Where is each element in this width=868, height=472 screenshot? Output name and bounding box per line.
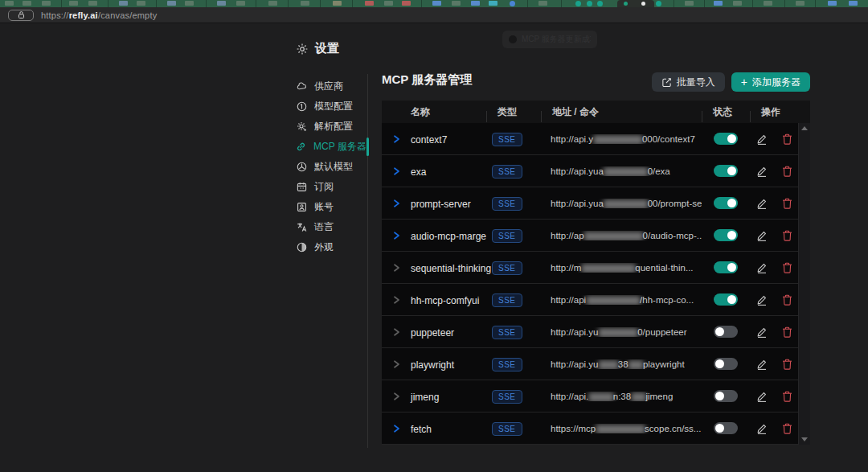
toolbar-icon[interactable] bbox=[119, 1, 128, 6]
toolbar-icon[interactable] bbox=[656, 1, 661, 6]
expand-chevron-icon[interactable] bbox=[391, 327, 401, 337]
status-toggle[interactable] bbox=[714, 293, 738, 306]
toolbar-icon[interactable] bbox=[587, 1, 592, 6]
sidebar-item-language[interactable]: 语言 bbox=[296, 217, 365, 237]
expand-chevron-icon[interactable] bbox=[391, 295, 401, 305]
delete-button[interactable] bbox=[782, 198, 792, 209]
expand-chevron-icon[interactable] bbox=[391, 359, 401, 369]
toolbar-icon[interactable] bbox=[538, 1, 547, 6]
sidebar-item-provider[interactable]: 供应商 bbox=[296, 76, 365, 96]
toolbar-icon[interactable] bbox=[23, 1, 31, 6]
expand-chevron-icon[interactable] bbox=[391, 392, 401, 401]
toolbar-icon[interactable] bbox=[452, 1, 461, 6]
toolbar-icon[interactable] bbox=[5, 1, 14, 6]
toolbar-icon[interactable] bbox=[333, 1, 342, 6]
expand-chevron-icon[interactable] bbox=[391, 263, 401, 273]
delete-button[interactable] bbox=[782, 294, 792, 306]
expand-chevron-icon[interactable] bbox=[391, 424, 401, 433]
delete-button[interactable] bbox=[782, 391, 792, 402]
toolbar-icon[interactable] bbox=[685, 1, 694, 6]
toolbar-icon[interactable] bbox=[471, 1, 480, 6]
edit-button[interactable] bbox=[756, 423, 768, 434]
toolbar-icon[interactable] bbox=[575, 1, 581, 6]
toolbar-icon[interactable] bbox=[796, 1, 805, 6]
status-toggle[interactable] bbox=[714, 197, 738, 209]
edit-button[interactable] bbox=[756, 230, 768, 241]
toolbar-icon[interactable] bbox=[167, 1, 176, 6]
sidebar-item-appearance[interactable]: 外观 bbox=[296, 237, 365, 257]
sidebar-item-mcp-servers[interactable]: MCP 服务器 bbox=[296, 137, 365, 157]
toolbar-icon[interactable] bbox=[733, 1, 742, 6]
table-scrollbar[interactable] bbox=[798, 123, 810, 445]
sidebar-item-model-config[interactable]: 模型配置 bbox=[296, 96, 365, 117]
toast-status-icon bbox=[509, 35, 517, 43]
column-header-address: 地址 / 命令 bbox=[541, 105, 702, 119]
toolbar-icon[interactable] bbox=[301, 1, 309, 6]
sidebar-item-subscription[interactable]: 订阅 bbox=[296, 177, 365, 197]
delete-button[interactable] bbox=[782, 133, 792, 145]
toolbar-icon[interactable] bbox=[828, 1, 837, 6]
toolbar-icon[interactable] bbox=[236, 1, 245, 6]
delete-button[interactable] bbox=[782, 262, 792, 273]
server-type-badge: SSE bbox=[492, 358, 522, 371]
toolbar-icon[interactable] bbox=[365, 1, 374, 6]
toolbar-icon[interactable] bbox=[137, 1, 145, 6]
toolbar-icon[interactable] bbox=[185, 1, 194, 6]
toolbar-icon[interactable] bbox=[384, 1, 393, 6]
status-toggle[interactable] bbox=[714, 133, 738, 145]
edit-button[interactable] bbox=[756, 262, 768, 273]
toolbar-tab[interactable] bbox=[617, 0, 654, 7]
expand-chevron-icon[interactable] bbox=[391, 231, 401, 240]
status-toggle[interactable] bbox=[714, 261, 738, 273]
toolbar-icon[interactable] bbox=[69, 1, 78, 6]
scroll-up-arrow-icon[interactable] bbox=[801, 126, 808, 130]
status-toggle[interactable] bbox=[714, 358, 738, 370]
status-toggle[interactable] bbox=[714, 229, 738, 241]
toolbar-icon[interactable] bbox=[42, 1, 51, 6]
delete-button[interactable] bbox=[782, 423, 792, 434]
add-server-button[interactable]: + 添加服务器 bbox=[731, 72, 810, 92]
toolbar-icon[interactable] bbox=[764, 1, 772, 6]
toolbar-icon[interactable] bbox=[402, 1, 411, 6]
status-toggle[interactable] bbox=[714, 326, 738, 338]
toolbar-icon[interactable] bbox=[489, 1, 497, 6]
toolbar-separator bbox=[784, 0, 785, 7]
toolbar-icon[interactable] bbox=[849, 1, 858, 6]
edit-button[interactable] bbox=[756, 294, 768, 306]
batch-import-button[interactable]: 批量导入 bbox=[652, 72, 725, 92]
toolbar-icon[interactable] bbox=[510, 1, 515, 6]
address-bar[interactable]: https://refly.ai/canvas/empty bbox=[0, 7, 868, 23]
delete-button[interactable] bbox=[782, 359, 792, 370]
toolbar-separator bbox=[61, 0, 62, 7]
edit-button[interactable] bbox=[756, 166, 768, 177]
edit-button[interactable] bbox=[756, 359, 768, 370]
sidebar-item-default-model[interactable]: 默认模型 bbox=[296, 157, 365, 177]
edit-button[interactable] bbox=[756, 133, 768, 145]
toolbar-icon[interactable] bbox=[217, 1, 226, 6]
delete-button[interactable] bbox=[782, 166, 792, 177]
status-toggle[interactable] bbox=[714, 165, 738, 177]
expand-chevron-icon[interactable] bbox=[391, 199, 401, 208]
edit-button[interactable] bbox=[756, 391, 768, 402]
toolbar-icon[interactable] bbox=[597, 1, 603, 6]
toolbar-icon[interactable] bbox=[432, 1, 441, 6]
server-type-badge: SSE bbox=[492, 326, 522, 339]
delete-button[interactable] bbox=[782, 326, 792, 338]
status-toggle[interactable] bbox=[714, 422, 738, 434]
sidebar-item-parse-config[interactable]: 解析配置 bbox=[296, 117, 365, 137]
scroll-down-arrow-icon[interactable] bbox=[801, 437, 808, 441]
delete-button[interactable] bbox=[782, 230, 792, 241]
toolbar-icon[interactable] bbox=[88, 1, 97, 6]
edit-button[interactable] bbox=[756, 326, 768, 338]
sidebar-item-account[interactable]: 账号 bbox=[296, 197, 365, 217]
url-text[interactable]: https://refly.ai/canvas/empty bbox=[41, 10, 157, 20]
edit-button[interactable] bbox=[756, 198, 768, 209]
status-toggle[interactable] bbox=[714, 390, 738, 402]
server-address: http://api.yu████38███playwright bbox=[541, 359, 702, 369]
toolbar-icon[interactable] bbox=[714, 1, 723, 6]
expand-chevron-icon[interactable] bbox=[391, 134, 401, 144]
site-security-chip[interactable] bbox=[8, 10, 34, 21]
expand-chevron-icon[interactable] bbox=[391, 166, 401, 176]
toolbar-icon[interactable] bbox=[268, 1, 277, 6]
sidebar-item-label: MCP 服务器 bbox=[313, 140, 366, 154]
